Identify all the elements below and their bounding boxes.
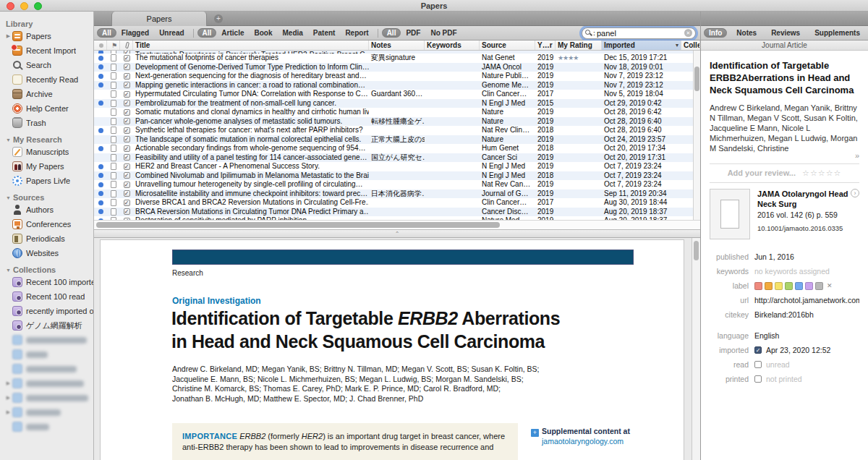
label-swatch[interactable] (805, 282, 813, 290)
column-header-title[interactable]: Title (133, 41, 369, 50)
search-clear-button[interactable]: ✕ (684, 29, 692, 37)
filter-type-patent[interactable]: Patent (308, 28, 341, 38)
details-tab-notes[interactable]: Notes (731, 28, 762, 38)
sidebar-item-redacted[interactable]: ▶ (0, 391, 93, 405)
row-checkbox[interactable]: ✓ (124, 55, 130, 61)
table-row[interactable]: ✓Development of Genome-Derived Tumor Typ… (94, 63, 700, 72)
search-field[interactable]: : ✕ (582, 27, 696, 39)
table-row[interactable]: ✓Hypermutated Circulating Tumor DNA: Cor… (94, 90, 700, 99)
column-header-collectio[interactable]: Collectio (681, 41, 700, 50)
details-tab-reviews[interactable]: Reviews (766, 28, 805, 38)
column-header-source[interactable]: Source (480, 41, 535, 50)
label-swatch[interactable] (754, 282, 762, 290)
sidebar-item-conferences[interactable]: Conferences (0, 217, 93, 231)
supplemental-link[interactable]: jamaotolaryngology.com (542, 437, 654, 446)
column-header-clip[interactable] (120, 41, 133, 50)
sidebar-item-recent-100-imported[interactable]: Recent 100 imported (0, 275, 93, 289)
column-header-keywords[interactable]: Keywords (425, 41, 480, 50)
row-checkbox[interactable]: ✓ (124, 154, 130, 161)
column-header-notes[interactable]: Notes (369, 41, 425, 50)
scrollbar-thumb[interactable] (694, 67, 699, 91)
scrollbar-thumb[interactable] (694, 241, 699, 260)
review-stars[interactable]: ☆☆☆☆☆ (802, 169, 841, 177)
imported-checkbox[interactable]: ✓ (754, 346, 762, 354)
details-tab-info[interactable]: Info (704, 28, 727, 38)
journal-open-button[interactable]: › (851, 189, 859, 197)
sidebar-section-my-research[interactable]: ▼My Research (0, 130, 93, 145)
scrollbar-thumb[interactable] (96, 222, 500, 228)
row-checkbox[interactable]: ✓ (124, 91, 130, 98)
label-clear-button[interactable]: ✕ (827, 282, 833, 289)
row-checkbox[interactable]: ✓ (124, 82, 130, 88)
tab-papers[interactable]: Papers (111, 12, 207, 26)
table-row[interactable]: ✓Somatic mutations and clonal dynamics i… (94, 108, 700, 117)
sidebar-item-item[interactable]: ゲノム網羅解析 (0, 318, 93, 333)
label-swatch[interactable] (795, 282, 803, 290)
sidebar-item-redacted[interactable]: ▶ (0, 405, 93, 419)
row-checkbox[interactable]: ✓ (124, 118, 130, 124)
sidebar-item-search[interactable]: Search (0, 58, 93, 72)
sidebar-item-my-papers[interactable]: My Papers (0, 159, 93, 174)
table-horizontal-scrollbar[interactable] (94, 220, 700, 229)
sidebar-item-trash[interactable]: Trash (0, 116, 93, 130)
sidebar-item-help-center[interactable]: Help Center (0, 101, 93, 116)
table-row[interactable]: ✓Pan-cancer whole-genome analyses of met… (94, 117, 700, 127)
row-checkbox[interactable]: ✓ (124, 200, 130, 206)
filter-type-media[interactable]: Media (277, 28, 307, 38)
sidebar-item-papers-livfe[interactable]: Papers Livfe (0, 174, 93, 188)
sidebar-item-redacted[interactable] (0, 419, 93, 434)
row-checkbox[interactable]: ✓ (124, 182, 130, 188)
sidebar-item-redacted[interactable] (0, 333, 93, 347)
label-swatch[interactable] (815, 282, 823, 290)
label-swatch[interactable] (775, 282, 783, 290)
row-checkbox[interactable]: ✓ (124, 64, 130, 70)
field-text[interactable]: http://archotol.jamanetwork.com/art… (754, 296, 859, 304)
filter-flag-unread[interactable]: Unread (154, 28, 189, 38)
sidebar-item-recent-import[interactable]: Recent Import (0, 43, 93, 58)
sidebar-item-periodicals[interactable]: Periodicals (0, 231, 93, 246)
sidebar-item-authors[interactable]: Authors (0, 203, 93, 217)
table-vertical-scrollbar[interactable] (693, 51, 700, 220)
search-input[interactable] (597, 29, 683, 38)
table-row[interactable]: ✓Feasibility and utility of a panel test… (94, 153, 700, 163)
table-row[interactable]: ✓Combined Nivolumab and Ipilimumab in Me… (94, 171, 700, 181)
row-checkbox[interactable]: ✓ (124, 127, 130, 134)
sidebar-item-recent-100-read[interactable]: Recent 100 read (0, 289, 93, 304)
filter-pdf-no-pdf[interactable]: No PDF (425, 28, 461, 38)
sidebar-item-papers[interactable]: ▶Papers (0, 29, 93, 43)
row-checkbox[interactable]: ✓ (124, 208, 130, 215)
column-header-flag[interactable]: ⚑ (107, 41, 120, 50)
sidebar-item-recently-read[interactable]: Recently Read (0, 72, 93, 87)
table-row[interactable]: ✓BRCA Reversion Mutations in Circulating… (94, 208, 700, 217)
filter-flag-all[interactable]: All (97, 28, 116, 38)
printed-checkbox[interactable] (754, 375, 762, 383)
row-checkbox[interactable]: ✓ (124, 109, 130, 116)
row-checkbox[interactable]: ✓ (124, 100, 130, 106)
filter-pdf-all[interactable]: All (382, 28, 401, 38)
row-checkbox[interactable]: ✓ (124, 163, 130, 170)
sidebar-item-manuscripts[interactable]: Manuscripts (0, 145, 93, 159)
review-row[interactable]: Add your review... ☆☆☆☆☆ (710, 169, 859, 178)
sidebar-section-sources[interactable]: ▼Sources (0, 188, 93, 203)
filter-type-book[interactable]: Book (249, 28, 277, 38)
table-row[interactable]: ✓Mapping genetic interactions in cancer:… (94, 81, 700, 90)
column-header-y-r[interactable]: Y…r (535, 41, 556, 50)
label-swatch[interactable] (765, 282, 773, 290)
label-swatch[interactable] (785, 282, 793, 290)
sidebar-item-websites[interactable]: Websites (0, 246, 93, 260)
sidebar-item-redacted[interactable] (0, 362, 93, 376)
table-row[interactable]: ✓Next-generation sequencing for the diag… (94, 72, 700, 81)
row-checkbox[interactable]: ✓ (124, 145, 130, 152)
filter-type-all[interactable]: All (197, 28, 217, 38)
pane-splitter[interactable]: ⌃ (94, 229, 700, 238)
sidebar-item-recently-imported-or[interactable]: recently imported or… (0, 304, 93, 318)
journal-thumbnail[interactable] (710, 189, 750, 239)
table-row[interactable]: ✓Actionable secondary findings from whol… (94, 144, 700, 153)
row-checkbox[interactable]: ✓ (124, 136, 130, 142)
sidebar-item-redacted[interactable] (0, 347, 93, 362)
row-checkbox[interactable]: ✓ (124, 73, 130, 80)
table-row[interactable]: ✓Diverse BRCA1 and BRCA2 Reversion Mutat… (94, 198, 700, 208)
read-checkbox[interactable] (754, 361, 762, 368)
new-tab-button[interactable]: + (214, 14, 223, 23)
row-checkbox[interactable]: ✓ (124, 190, 130, 197)
